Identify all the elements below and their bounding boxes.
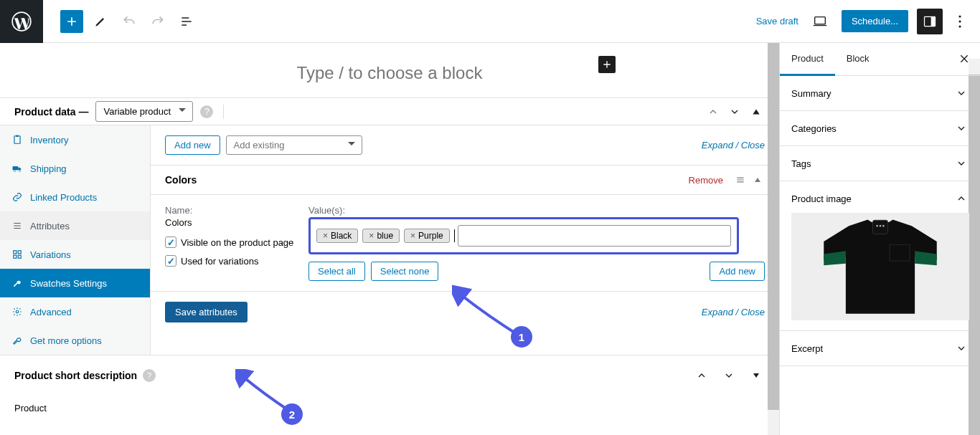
add-existing-select[interactable]: Add existing xyxy=(226,135,362,155)
sidebar-item-shipping[interactable]: Shipping xyxy=(0,154,150,183)
svg-rect-9 xyxy=(13,166,19,170)
sidebar-item-variations[interactable]: Variations xyxy=(0,240,150,269)
variations-checkbox-label: Used for variations xyxy=(181,256,258,267)
section-product-image: Product image xyxy=(780,181,980,331)
svg-point-6 xyxy=(958,25,961,27)
settings-sidebar: Product Block Summary Categories Tags Pr… xyxy=(779,43,980,435)
sidebar-item-advanced[interactable]: Advanced xyxy=(0,297,150,326)
sidebar-item-linked[interactable]: Linked Products xyxy=(0,183,150,211)
text-cursor xyxy=(454,229,455,242)
clipboard-icon xyxy=(11,134,23,145)
chevron-down-icon xyxy=(954,86,969,100)
values-inner-input[interactable] xyxy=(458,225,731,247)
short-description-body[interactable]: Product xyxy=(0,396,779,421)
save-attributes-row: Save attributes Expand / Close xyxy=(151,291,779,333)
section-label: Categories xyxy=(791,123,837,134)
plus-icon xyxy=(65,14,79,29)
redo-button[interactable] xyxy=(146,10,169,33)
product-data-sidebar: Inventory Shipping Linked Products Attri… xyxy=(0,125,151,355)
help-icon[interactable]: ? xyxy=(200,105,213,118)
outline-button[interactable] xyxy=(175,10,198,33)
select-none-button[interactable]: Select none xyxy=(371,262,439,281)
save-draft-button[interactable]: Save draft xyxy=(756,16,798,27)
sidebar-toggle-button[interactable] xyxy=(917,9,943,34)
sidebar-scrollbar-track[interactable] xyxy=(969,59,980,435)
section-tags[interactable]: Tags xyxy=(780,146,980,181)
variations-checkbox-row[interactable]: Used for variations xyxy=(165,255,308,267)
chevron-up-icon xyxy=(954,191,969,206)
add-new-value-button[interactable]: Add new xyxy=(710,262,765,281)
product-type-select[interactable]: Variable product xyxy=(95,101,193,122)
inline-add-block-button[interactable] xyxy=(598,56,616,73)
product-image-thumbnail[interactable] xyxy=(791,213,969,320)
toggle-panel-button[interactable] xyxy=(748,103,765,120)
value-chip: ×Black xyxy=(316,229,358,243)
svg-rect-8 xyxy=(16,135,19,137)
wordpress-logo[interactable] xyxy=(0,0,43,43)
svg-rect-17 xyxy=(873,220,888,234)
drag-handle[interactable] xyxy=(733,173,748,187)
visible-checkbox-row[interactable]: Visible on the product page xyxy=(165,236,308,248)
remove-chip-icon[interactable]: × xyxy=(410,231,415,241)
save-attributes-button[interactable]: Save attributes xyxy=(165,302,248,322)
close-icon xyxy=(958,53,970,64)
section-excerpt[interactable]: Excerpt xyxy=(780,331,980,366)
chevron-up-icon xyxy=(696,370,707,381)
edit-mode-button[interactable] xyxy=(89,10,112,33)
visible-checkbox[interactable] xyxy=(165,236,176,248)
add-block-button[interactable] xyxy=(60,10,83,33)
svg-rect-7 xyxy=(14,136,20,144)
main-scrollbar-thumb[interactable] xyxy=(768,43,779,410)
tab-block[interactable]: Block xyxy=(835,43,881,75)
top-toolbar: Save draft Schedule... xyxy=(0,0,980,43)
short-description-header: Product short description ? xyxy=(0,355,779,396)
main-scrollbar-track[interactable] xyxy=(768,43,779,435)
shirt-image xyxy=(801,216,959,317)
svg-rect-1 xyxy=(815,16,826,24)
sidebar-scrollbar-thumb[interactable] xyxy=(969,75,980,435)
tab-product[interactable]: Product xyxy=(780,43,835,76)
expand-close-link[interactable]: Expand / Close xyxy=(702,140,765,150)
triangle-up-icon xyxy=(753,176,762,184)
sidebar-item-attributes[interactable]: Attributes xyxy=(0,211,150,240)
gear-icon xyxy=(11,306,23,317)
move-up-button[interactable] xyxy=(693,367,710,384)
add-existing-placeholder: Add existing xyxy=(226,135,362,155)
attribute-header: Colors Remove xyxy=(151,165,779,194)
attribute-body-right: Value(s): ×Black ×blue ×Purple Select al… xyxy=(308,205,765,281)
more-menu-button[interactable] xyxy=(951,9,969,34)
undo-button[interactable] xyxy=(118,10,141,33)
move-down-button[interactable] xyxy=(720,367,738,384)
sidebar-item-swatches[interactable]: Swatches Settings xyxy=(0,269,150,297)
outline-icon xyxy=(179,14,194,29)
section-product-image-header[interactable]: Product image xyxy=(791,191,969,206)
toolbar-left xyxy=(0,0,198,42)
remove-chip-icon[interactable]: × xyxy=(369,231,374,241)
sidebar-item-more[interactable]: Get more options xyxy=(0,326,150,355)
panel-icon xyxy=(923,14,937,29)
sidebar-item-inventory[interactable]: Inventory xyxy=(0,125,150,154)
expand-close-link[interactable]: Expand / Close xyxy=(702,307,765,317)
preview-button[interactable] xyxy=(807,9,833,34)
schedule-button[interactable]: Schedule... xyxy=(842,10,908,32)
section-categories[interactable]: Categories xyxy=(780,111,980,146)
block-placeholder[interactable]: Type / to choose a block xyxy=(297,63,483,83)
divider xyxy=(223,105,224,119)
remove-attribute-link[interactable]: Remove xyxy=(689,175,723,186)
toggle-panel-button[interactable] xyxy=(748,367,765,384)
move-down-button[interactable] xyxy=(726,103,743,120)
close-sidebar-button[interactable] xyxy=(957,52,971,66)
select-all-button[interactable]: Select all xyxy=(308,262,365,281)
wordpress-icon xyxy=(11,11,32,32)
hamburger-icon xyxy=(735,175,745,185)
add-new-attribute-button[interactable]: Add new xyxy=(165,135,220,155)
move-up-button[interactable] xyxy=(705,103,722,120)
section-summary[interactable]: Summary xyxy=(780,76,980,111)
variations-checkbox[interactable] xyxy=(165,255,176,267)
attributes-toolbar: Add new Add existing Expand / Close xyxy=(151,125,779,165)
values-tag-input[interactable]: ×Black ×blue ×Purple xyxy=(308,217,739,254)
chevron-down-icon xyxy=(954,121,969,135)
collapse-attribute-button[interactable] xyxy=(750,173,765,187)
help-icon[interactable]: ? xyxy=(143,369,156,382)
remove-chip-icon[interactable]: × xyxy=(323,231,328,241)
